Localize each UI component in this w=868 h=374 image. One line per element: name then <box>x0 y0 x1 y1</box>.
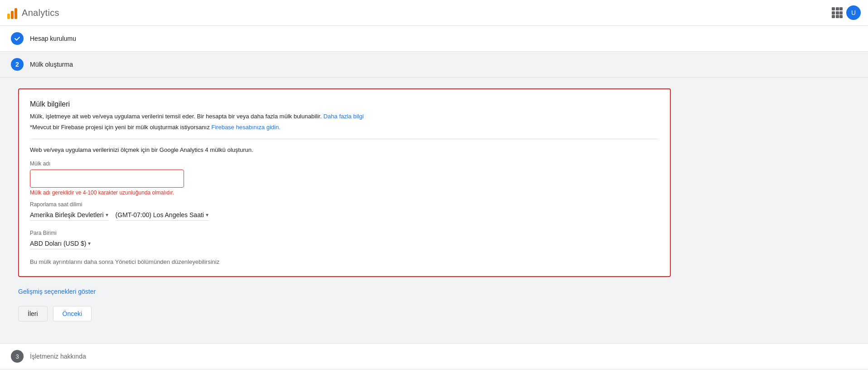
step-1-label: Hesap kurulumu <box>30 35 76 42</box>
step-2-content: Mülk bilgileri Mülk, işletmeye ait web v… <box>0 78 868 343</box>
step-3-label: İşletmeniz hakkında <box>30 353 86 360</box>
timezone-value: (GMT-07:00) Los Angeles Saati <box>116 211 204 219</box>
timezone-chevron-icon: ▾ <box>206 212 209 218</box>
action-buttons-row: İleri Önceki <box>18 306 850 321</box>
card-desc-2: *Mevcut bir Firebase projesi için yeni b… <box>30 123 659 132</box>
card-divider <box>30 139 659 139</box>
step-1-icon <box>11 32 24 45</box>
apps-grid-icon[interactable] <box>832 7 843 18</box>
card-title: Mülk bilgileri <box>30 100 659 108</box>
advanced-options-link[interactable]: Gelişmiş seçenekleri göster <box>18 288 96 295</box>
currency-value: ABD Doları (USD $) <box>30 240 86 247</box>
currency-label: Para Birimi <box>30 230 659 236</box>
country-value: Amerika Birleşik Devletleri <box>30 211 104 219</box>
header-left: Analytics <box>7 6 59 19</box>
edit-note-text: Bu mülk ayrıntılarını daha sonra Yönetic… <box>30 258 659 265</box>
more-info-link[interactable]: Daha fazla bilgi <box>323 113 364 120</box>
timezone-dropdowns-row: Amerika Birleşik Devletleri ▾ (GMT-07:00… <box>30 211 659 221</box>
next-button[interactable]: İleri <box>18 306 48 321</box>
card-desc-1: Mülk, işletmeye ait web ve/veya uygulama… <box>30 112 659 121</box>
firebase-link[interactable]: Firebase hesabınıza gidin. <box>211 124 280 131</box>
property-name-error: Mülk adı gereklidir ve 4-100 karakter uz… <box>30 189 659 196</box>
step-2-icon: 2 <box>11 58 24 71</box>
property-name-label: Mülk adı <box>30 160 659 167</box>
property-name-input[interactable] <box>30 170 184 188</box>
logo-bar-2 <box>11 11 14 19</box>
timezone-dropdown[interactable]: (GMT-07:00) Los Angeles Saati ▾ <box>116 211 209 221</box>
step-2-header: 2 Mülk oluşturma <box>0 52 868 78</box>
step-2-label: Mülk oluşturma <box>30 61 73 68</box>
country-dropdown[interactable]: Amerika Birleşik Devletleri ▾ <box>30 211 108 221</box>
prev-button[interactable]: Önceki <box>53 306 92 321</box>
app-title: Analytics <box>22 8 59 18</box>
reporting-timezone-label: Raporlama saat dilimi <box>30 201 659 208</box>
step-3-header: 3 İşletmeniz hakkında <box>0 343 868 369</box>
header-right: U <box>832 5 861 20</box>
app-header: Analytics U <box>0 0 868 26</box>
step-1-header: Hesap kurulumu <box>0 26 868 52</box>
logo-bar-1 <box>7 14 10 19</box>
ga4-info-text: Web ve/veya uygulama verilerinizi ölçmek… <box>30 146 659 153</box>
currency-chevron-icon: ▾ <box>88 240 91 247</box>
analytics-logo <box>7 6 17 19</box>
logo-bar-3 <box>15 8 17 19</box>
user-avatar[interactable]: U <box>846 5 861 20</box>
step-3-icon: 3 <box>11 350 24 363</box>
property-card: Mülk bilgileri Mülk, işletmeye ait web v… <box>18 88 671 277</box>
currency-dropdown[interactable]: ABD Doları (USD $) ▾ <box>30 240 91 249</box>
country-chevron-icon: ▾ <box>106 212 108 218</box>
